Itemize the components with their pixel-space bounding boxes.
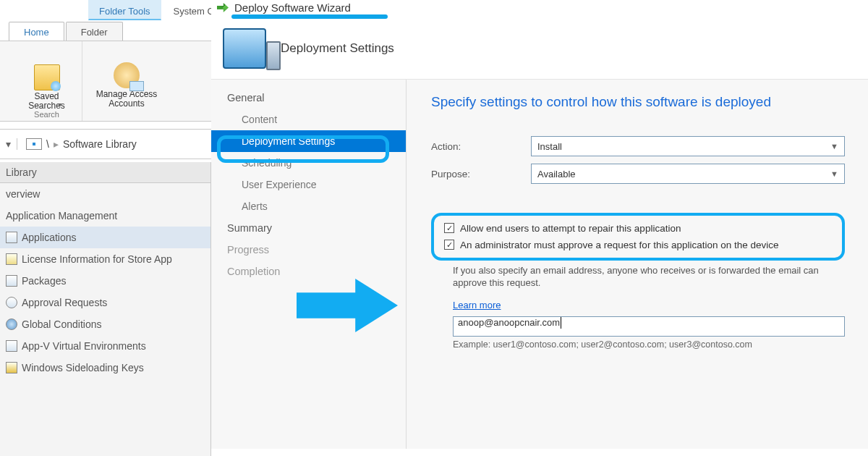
chevron-down-icon: ▼ xyxy=(830,142,838,151)
back-button[interactable]: ▾ xyxy=(0,138,17,150)
wizard-title: Deploy Software Wizard xyxy=(234,1,351,14)
breadcrumb-software-library[interactable]: Software Library xyxy=(63,138,137,150)
nav-packages[interactable]: Packages xyxy=(0,270,210,292)
ribbon: Saved Searches ▾ Search Manage Access Ac… xyxy=(0,41,211,122)
content-heading: Specify settings to control how this sof… xyxy=(431,94,845,110)
window-icon xyxy=(26,138,42,150)
nav-appv[interactable]: App-V Virtual Environments xyxy=(0,335,210,357)
email-example: Example: user1@contoso.com; user2@contos… xyxy=(453,339,845,350)
folder-search-icon xyxy=(34,64,60,90)
chevron-down-icon: ▼ xyxy=(830,169,838,178)
breadcrumb-bar: ▾ \ ▸ Software Library xyxy=(0,129,211,159)
allow-repair-checkbox[interactable]: Allow end users to attempt to repair thi… xyxy=(444,223,829,234)
deploy-software-wizard: Deploy Software Wizard Deployment Settin… xyxy=(211,0,868,456)
purpose-label: Purpose: xyxy=(431,169,525,180)
nav-scheduling[interactable]: Scheduling xyxy=(211,152,406,174)
user-accounts-icon xyxy=(114,62,140,88)
purpose-dropdown[interactable]: Available ▼ xyxy=(531,164,845,184)
nav-application-management[interactable]: Application Management xyxy=(0,205,210,227)
approval-options-highlight: Allow end users to attempt to repair thi… xyxy=(431,213,845,261)
breadcrumb-root[interactable]: \ xyxy=(46,138,49,150)
approval-hint: If you also specify an email address, an… xyxy=(431,265,845,290)
nav-overview[interactable]: verview xyxy=(0,183,210,205)
nav-alerts[interactable]: Alerts xyxy=(211,195,406,217)
deployment-icon xyxy=(223,28,266,69)
nav-sideloading-keys[interactable]: Windows Sideloading Keys xyxy=(0,357,210,379)
admin-approve-checkbox[interactable]: An administrator must approve a request … xyxy=(444,240,829,250)
checkbox-icon xyxy=(444,240,454,250)
nav-progress: Progress xyxy=(211,239,406,261)
learn-more-link[interactable]: Learn more xyxy=(453,300,501,311)
key-icon xyxy=(6,362,17,373)
wizard-content: Specify settings to control how this sof… xyxy=(407,80,868,449)
nav-global-conditions[interactable]: Global Conditions xyxy=(0,313,210,335)
global-icon xyxy=(6,318,17,330)
wizard-step-title: Deployment Settings xyxy=(281,41,394,56)
text-caret xyxy=(561,317,561,329)
approver-email-input[interactable]: anoop@anoopcnair.com xyxy=(453,316,845,337)
nav-user-experience[interactable]: User Experience xyxy=(211,174,406,195)
wizard-arrow-icon xyxy=(217,2,229,14)
nav-summary[interactable]: Summary xyxy=(211,217,406,239)
context-tab-folder-tools[interactable]: Folder Tools xyxy=(88,0,161,20)
left-panel-header: Library xyxy=(0,162,210,183)
purpose-value: Available xyxy=(537,169,576,180)
ribbon-tab-home[interactable]: Home xyxy=(9,22,64,42)
email-value: anoop@anoopcnair.com xyxy=(458,317,560,328)
nav-completion: Completion xyxy=(211,261,406,282)
action-dropdown[interactable]: Install ▼ xyxy=(531,136,845,156)
manage-access-button[interactable]: Manage Access Accounts xyxy=(87,62,166,109)
wizard-nav: General Content Deployment Settings Sche… xyxy=(211,80,407,449)
applications-icon xyxy=(6,232,17,243)
action-value: Install xyxy=(537,141,562,152)
ribbon-group-label: Search xyxy=(34,109,59,121)
approval-icon xyxy=(6,297,17,308)
ribbon-tab-folder[interactable]: Folder xyxy=(66,22,123,42)
dropdown-glyph-icon: ▾ xyxy=(58,101,61,109)
license-icon xyxy=(6,253,17,265)
nav-content[interactable]: Content xyxy=(211,109,406,130)
left-nav-panel: Library verview Application Management A… xyxy=(0,162,211,456)
nav-general[interactable]: General xyxy=(211,87,406,109)
manage-access-label: Manage Access Accounts xyxy=(96,90,158,109)
packages-icon xyxy=(6,275,17,287)
nav-deployment-settings[interactable]: Deployment Settings xyxy=(211,130,406,152)
saved-searches-button[interactable]: Saved Searches ▾ xyxy=(16,64,77,109)
checkbox-icon xyxy=(444,223,454,233)
nav-applications[interactable]: Applications xyxy=(0,227,210,248)
appv-icon xyxy=(6,340,17,352)
action-label: Action: xyxy=(431,141,525,152)
annotation-title-underline xyxy=(231,14,388,19)
nav-approval-requests[interactable]: Approval Requests xyxy=(0,292,210,313)
nav-license-info[interactable]: License Information for Store App xyxy=(0,248,210,270)
